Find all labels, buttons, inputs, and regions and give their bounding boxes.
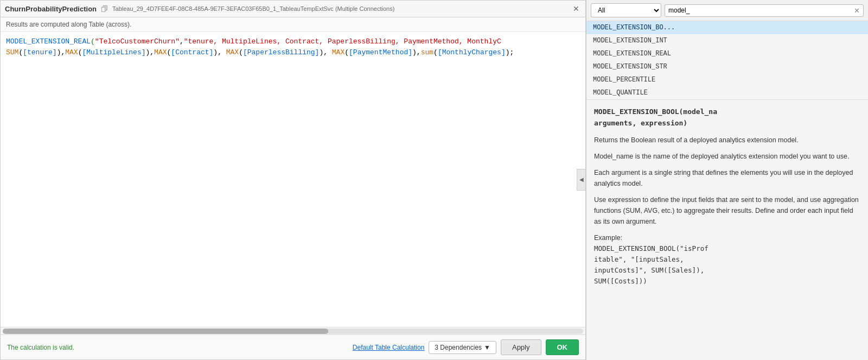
list-item[interactable]: MODEL_EXTENSION_STR xyxy=(586,60,868,73)
list-item[interactable]: MODEL_EXTENSION_REAL xyxy=(586,47,868,60)
list-item[interactable]: MODEL_PERCENTILE xyxy=(586,73,868,86)
function-signature: MODEL_EXTENSION_BOOL(model_naarguments, … xyxy=(594,106,860,129)
function-list: MODEL_EXTENSION_BO... MODEL_EXTENSION_IN… xyxy=(586,21,868,100)
collapse-panel-arrow[interactable]: ◀ xyxy=(577,169,585,191)
formula-line-1: MODEL_EXTENSION_REAL("TelcoCustomerChurn… xyxy=(6,36,580,47)
info-bar: Results are computed along Table (across… xyxy=(1,17,585,32)
formula-container: MODEL_EXTENSION_REAL("TelcoCustomerChurn… xyxy=(1,32,585,327)
list-item[interactable]: MODEL_QUANTILE xyxy=(586,86,868,99)
calculation-dialog: ChurnProbabilityPrediction 🗍 Tableau_29_… xyxy=(0,0,586,360)
file-icon: 🗍 xyxy=(101,5,108,13)
search-filter-row: All Aggregate Date Logical Number Operat… xyxy=(586,0,868,21)
dialog-footer: The calculation is valid. Default Table … xyxy=(1,334,585,359)
dropdown-chevron-icon: ▼ xyxy=(484,344,490,351)
function-category-dropdown[interactable]: All Aggregate Date Logical Number Operat… xyxy=(591,3,661,17)
dialog-titlebar: ChurnProbabilityPrediction 🗍 Tableau_29_… xyxy=(1,1,585,17)
close-button[interactable]: ✕ xyxy=(571,4,581,14)
function-description-area: MODEL_EXTENSION_BOOL(model_naarguments, … xyxy=(586,100,868,360)
right-panel: All Aggregate Date Logical Number Operat… xyxy=(586,0,868,360)
formula-line-2: SUM([tenure]),MAX([MultipleLines]),MAX([… xyxy=(6,47,580,58)
search-wrapper: ✕ xyxy=(665,4,864,17)
default-table-calc-link[interactable]: Default Table Calculation xyxy=(353,344,425,351)
list-item[interactable]: MODEL_EXTENSION_BO... xyxy=(586,21,868,34)
scrollbar-thumb[interactable] xyxy=(3,329,328,334)
dialog-title: ChurnProbabilityPrediction xyxy=(5,5,97,13)
dialog-file-label: Tableau_29_4D7FEE4F-08C8-485A-9E7F-3EFAC… xyxy=(112,5,567,12)
function-description-text: Returns the Boolean result of a deployed… xyxy=(594,135,860,287)
validation-status: The calculation is valid. xyxy=(7,344,348,351)
scrollbar-track xyxy=(3,329,583,334)
list-item[interactable]: MODEL_EXTENSION_INT xyxy=(586,34,868,47)
ok-button[interactable]: OK xyxy=(546,339,579,355)
formula-editor[interactable]: MODEL_EXTENSION_REAL("TelcoCustomerChurn… xyxy=(1,32,585,327)
function-search-input[interactable] xyxy=(668,7,852,14)
dependencies-button[interactable]: 3 Dependencies ▼ xyxy=(429,341,496,354)
horizontal-scrollbar[interactable] xyxy=(1,327,585,334)
dependencies-label: 3 Dependencies xyxy=(435,344,482,351)
search-clear-button[interactable]: ✕ xyxy=(854,7,860,15)
apply-button[interactable]: Apply xyxy=(501,339,541,355)
